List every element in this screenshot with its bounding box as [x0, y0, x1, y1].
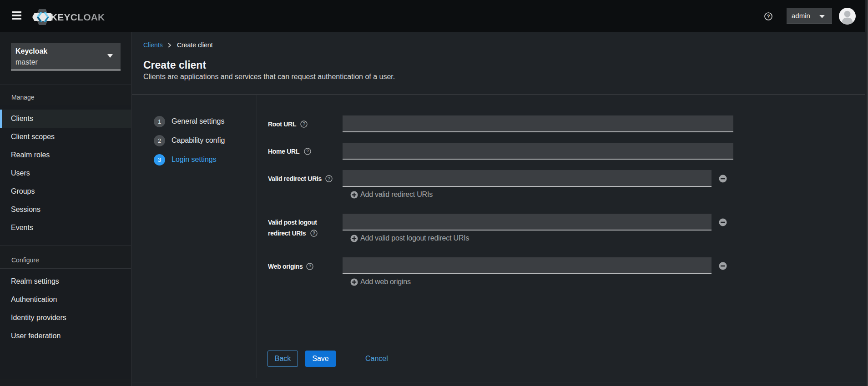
svg-text:?: ?	[303, 122, 305, 127]
svg-text:?: ?	[306, 149, 309, 154]
svg-text:?: ?	[767, 14, 770, 19]
svg-text:?: ?	[328, 176, 330, 181]
svg-text:?: ?	[313, 231, 315, 236]
svg-text:?: ?	[308, 264, 311, 269]
